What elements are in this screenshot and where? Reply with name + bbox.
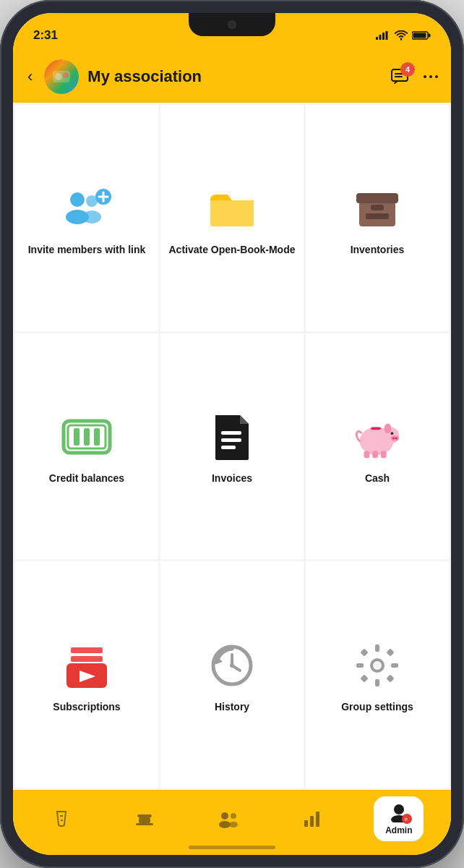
nav-admin[interactable]: e Admin [374, 796, 424, 841]
svg-rect-61 [391, 663, 398, 668]
svg-rect-68 [137, 814, 152, 817]
svg-point-16 [435, 75, 438, 78]
history-label: History [215, 700, 249, 713]
svg-point-57 [373, 661, 382, 670]
status-time: 2:31 [33, 28, 58, 43]
svg-rect-59 [375, 679, 379, 686]
svg-point-73 [231, 813, 236, 819]
svg-rect-5 [429, 34, 431, 38]
svg-rect-27 [366, 213, 389, 219]
svg-point-42 [390, 432, 393, 435]
svg-rect-26 [371, 205, 384, 210]
invoice-icon [206, 411, 258, 463]
signal-icon [376, 31, 390, 40]
svg-rect-77 [316, 812, 319, 827]
notch [189, 13, 275, 36]
grid-item-cash[interactable]: Cash [306, 333, 449, 560]
svg-rect-62 [360, 648, 368, 656]
svg-rect-0 [376, 37, 378, 40]
nav-drinks[interactable] [40, 803, 83, 835]
food-icon [134, 809, 155, 829]
svg-rect-30 [84, 428, 90, 446]
subscription-icon [61, 639, 113, 692]
svg-text:e: e [405, 817, 408, 822]
nav-stats[interactable] [291, 803, 334, 835]
svg-rect-60 [356, 663, 364, 668]
more-icon [422, 68, 439, 85]
svg-point-20 [82, 210, 101, 224]
header: ‹ [13, 51, 451, 103]
chat-button[interactable]: 4 [390, 67, 411, 87]
activate-open-book-label: Activate Open-Book-Mode [168, 243, 295, 256]
svg-point-40 [392, 437, 395, 439]
svg-point-17 [70, 192, 85, 207]
phone-shell: 2:31 [0, 0, 464, 868]
grid-item-invite-members[interactable]: Invite members with link [15, 105, 158, 331]
group-settings-label: Group settings [341, 700, 413, 713]
svg-rect-6 [413, 33, 426, 38]
drink-icon [51, 809, 72, 829]
svg-point-74 [229, 822, 238, 827]
piggy-icon [351, 411, 403, 463]
svg-point-78 [394, 804, 404, 814]
battery-icon [412, 30, 431, 41]
back-button[interactable]: ‹ [25, 64, 35, 89]
credit-icon [61, 411, 113, 463]
invoices-label: Invoices [212, 472, 252, 485]
svg-point-41 [395, 437, 398, 439]
grid-item-inventories[interactable]: Inventories [306, 105, 449, 331]
history-icon [206, 639, 258, 692]
invite-icon [61, 182, 113, 234]
nav-food[interactable] [123, 803, 166, 835]
chat-badge: 4 [400, 62, 415, 77]
avatar [44, 59, 79, 94]
svg-rect-43 [364, 451, 370, 458]
svg-rect-45 [381, 451, 387, 458]
svg-rect-25 [356, 193, 398, 203]
svg-rect-46 [371, 427, 381, 430]
svg-rect-65 [386, 674, 394, 682]
svg-rect-1 [379, 35, 382, 40]
camera [228, 20, 236, 29]
svg-point-9 [55, 73, 62, 80]
svg-rect-35 [221, 446, 236, 449]
status-icons [376, 30, 431, 41]
stats-icon [302, 809, 322, 829]
svg-point-72 [219, 821, 231, 828]
phone-screen: 2:31 [13, 13, 451, 855]
svg-rect-47 [71, 647, 103, 653]
grid-item-invoices[interactable]: Invoices [160, 333, 304, 560]
svg-point-55 [230, 663, 234, 668]
grid-item-credit-balances[interactable]: Credit balances [15, 333, 158, 560]
grid-item-group-settings[interactable]: Group settings [306, 561, 449, 788]
svg-rect-48 [71, 656, 103, 662]
svg-rect-63 [386, 648, 394, 656]
members-icon [218, 809, 239, 829]
grid-item-activate-open-book[interactable]: Activate Open-Book-Mode [160, 105, 304, 331]
svg-rect-34 [221, 438, 241, 442]
svg-rect-33 [221, 431, 241, 435]
nav-members[interactable] [206, 803, 251, 835]
svg-point-10 [63, 72, 69, 78]
svg-rect-2 [382, 33, 384, 40]
grid-item-subscriptions[interactable]: Subscriptions [15, 561, 158, 788]
credit-balances-label: Credit balances [49, 472, 124, 485]
svg-rect-64 [360, 674, 368, 682]
settings-icon [351, 639, 403, 692]
svg-point-15 [429, 75, 432, 78]
svg-point-38 [384, 423, 392, 433]
grid-item-history[interactable]: History [160, 561, 304, 788]
header-title: My association [87, 67, 382, 86]
inventory-icon [351, 182, 403, 234]
svg-rect-3 [386, 31, 388, 40]
header-actions: 4 [390, 67, 439, 87]
invite-members-label: Invite members with link [28, 243, 146, 256]
more-button[interactable] [422, 68, 439, 85]
svg-point-71 [221, 812, 228, 820]
svg-rect-75 [304, 820, 308, 827]
svg-rect-69 [139, 817, 150, 823]
wifi-icon [395, 30, 408, 41]
svg-rect-31 [94, 428, 100, 446]
folder-icon [206, 182, 258, 234]
svg-point-39 [390, 435, 399, 441]
